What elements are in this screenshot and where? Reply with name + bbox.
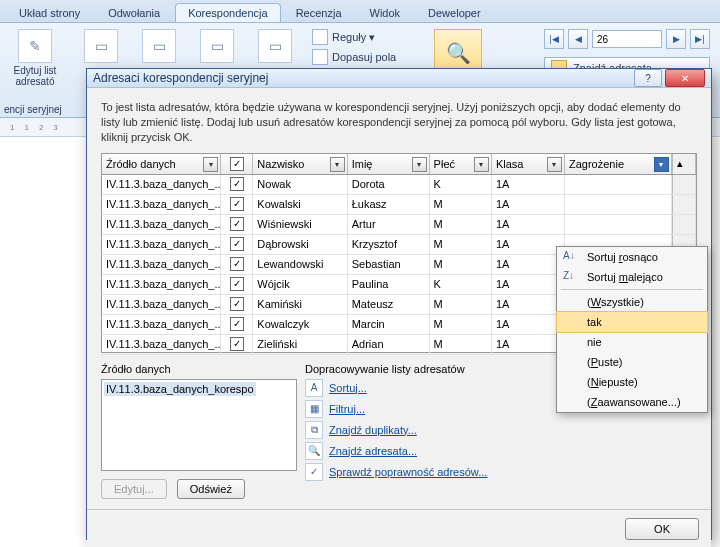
filter-link[interactable]: Filtruj... [329,403,365,415]
cell-check[interactable]: ✓ [221,215,253,234]
table-row[interactable]: IV.11.3.baza_danych_...✓NowakDorotaK1A [102,175,696,195]
rules-button[interactable]: Reguły ▾ [312,29,396,45]
match-fields-label: Dopasuj pola [332,51,396,63]
match-fields-button[interactable]: Dopasuj pola [312,49,396,65]
cell-lastname: Dąbrowski [253,235,347,254]
ribbon-placeholder-2[interactable]: ▭ [134,29,184,65]
cell-firstname: Adrian [348,335,430,354]
scroll-up-button[interactable]: ▴ [672,154,696,174]
filter-nonblank-item[interactable]: (Niepuste) [557,372,707,392]
rules-label: Reguły ▾ [332,31,375,44]
filter-tak-item[interactable]: tak [556,311,708,333]
help-button[interactable]: ? [634,69,662,87]
scroll-track[interactable] [672,215,696,234]
cell-lastname: Kowalski [253,195,347,214]
checkbox-icon[interactable]: ✓ [230,337,244,351]
tab-review[interactable]: Recenzja [283,3,355,22]
dropdown-icon[interactable]: ▾ [654,157,669,172]
ribbon-placeholder-4[interactable]: ▭ [250,29,300,65]
data-source-label: Źródło danych [101,363,291,375]
cell-check[interactable]: ✓ [221,235,253,254]
cell-firstname: Mateusz [348,295,430,314]
validate-addresses-link[interactable]: Sprawdź poprawność adresów... [329,466,487,478]
col-header-check[interactable]: ✓ [221,154,253,174]
cell-check[interactable]: ✓ [221,335,253,354]
cell-source: IV.11.3.baza_danych_... [102,175,221,194]
dropdown-icon[interactable]: ▾ [412,157,427,172]
dropdown-icon[interactable]: ▾ [330,157,345,172]
cell-class: 1A [492,315,565,334]
checkbox-icon[interactable]: ✓ [230,257,244,271]
cell-class: 1A [492,255,565,274]
cell-source: IV.11.3.baza_danych_... [102,195,221,214]
table-row[interactable]: IV.11.3.baza_danych_...✓WiśniewskiArturM… [102,215,696,235]
tab-layout[interactable]: Układ strony [6,3,93,22]
duplicates-icon: ⧉ [305,421,323,439]
close-button[interactable]: ✕ [665,69,705,87]
dialog-title: Adresaci korespondencji seryjnej [93,71,268,85]
refresh-button[interactable]: Odśwież [177,479,245,499]
data-source-list[interactable]: IV.11.3.baza_danych_korespo [101,379,297,471]
dialog-titlebar[interactable]: Adresaci korespondencji seryjnej ? ✕ [87,69,711,88]
tab-references[interactable]: Odwołania [95,3,173,22]
checkbox-icon[interactable]: ✓ [230,157,244,171]
tab-view[interactable]: Widok [357,3,414,22]
filter-advanced-item[interactable]: (Zaawansowane...) [557,392,707,412]
data-source-item[interactable]: IV.11.3.baza_danych_korespo [104,382,256,396]
checkbox-icon[interactable]: ✓ [230,277,244,291]
checkbox-icon[interactable]: ✓ [230,177,244,191]
ribbon-placeholder-3[interactable]: ▭ [192,29,242,65]
ribbon-placeholder-1[interactable]: ▭ [76,29,126,65]
sort-link[interactable]: Sortuj... [329,382,367,394]
find-duplicates-link[interactable]: Znajdź duplikaty... [329,424,417,436]
cell-sex: M [430,255,492,274]
col-header-firstname[interactable]: Imię▾ [348,154,430,174]
checkbox-icon[interactable]: ✓ [230,197,244,211]
first-record-button[interactable]: |◀ [544,29,564,49]
scroll-track[interactable] [672,195,696,214]
tab-mailings[interactable]: Korespondencja [175,3,281,22]
scroll-track[interactable] [672,175,696,194]
last-record-button[interactable]: ▶| [690,29,710,49]
col-header-sex[interactable]: Płeć▾ [430,154,492,174]
dropdown-icon[interactable]: ▾ [203,157,218,172]
cell-source: IV.11.3.baza_danych_... [102,275,221,294]
col-header-class[interactable]: Klasa▾ [492,154,565,174]
filter-all-item[interactable]: (Wszystkie) [557,292,707,312]
checkbox-icon[interactable]: ✓ [230,317,244,331]
dropdown-icon[interactable]: ▾ [547,157,562,172]
cell-check[interactable]: ✓ [221,315,253,334]
filter-nie-item[interactable]: nie [557,332,707,352]
checkbox-icon[interactable]: ✓ [230,297,244,311]
dropdown-icon[interactable]: ▾ [474,157,489,172]
cell-check[interactable]: ✓ [221,275,253,294]
cell-check[interactable]: ✓ [221,255,253,274]
table-row[interactable]: IV.11.3.baza_danych_...✓KowalskiŁukaszM1… [102,195,696,215]
tab-developer[interactable]: Deweloper [415,3,494,22]
filter-blank-item[interactable]: (Puste) [557,352,707,372]
cell-class: 1A [492,195,565,214]
cell-class: 1A [492,275,565,294]
cell-check[interactable]: ✓ [221,295,253,314]
sort-asc-item[interactable]: A↓Sortuj rosnąco [557,247,707,267]
record-number-input[interactable] [592,30,662,48]
rules-icon [312,29,328,45]
cell-check[interactable]: ✓ [221,175,253,194]
cell-lastname: Nowak [253,175,347,194]
validate-icon: ✓ [305,463,323,481]
find-recipient-link[interactable]: Znajdź adresata... [329,445,417,457]
cell-sex: M [430,335,492,354]
edit-recipient-list-button[interactable]: ✎ Edytuj list adresató [10,29,60,87]
col-header-source[interactable]: Źródło danych▾ [102,154,221,174]
ok-button[interactable]: OK [625,518,699,540]
dialog-intro-text: To jest lista adresatów, która będzie uż… [101,100,697,145]
sort-desc-item[interactable]: Z↓Sortuj malejąco [557,267,707,287]
prev-record-button[interactable]: ◀ [568,29,588,49]
col-header-lastname[interactable]: Nazwisko▾ [253,154,347,174]
checkbox-icon[interactable]: ✓ [230,237,244,251]
edit-source-button: Edytuj... [101,479,167,499]
col-header-threat[interactable]: Zagrożenie▾ [565,154,672,174]
next-record-button[interactable]: ▶ [666,29,686,49]
checkbox-icon[interactable]: ✓ [230,217,244,231]
cell-check[interactable]: ✓ [221,195,253,214]
